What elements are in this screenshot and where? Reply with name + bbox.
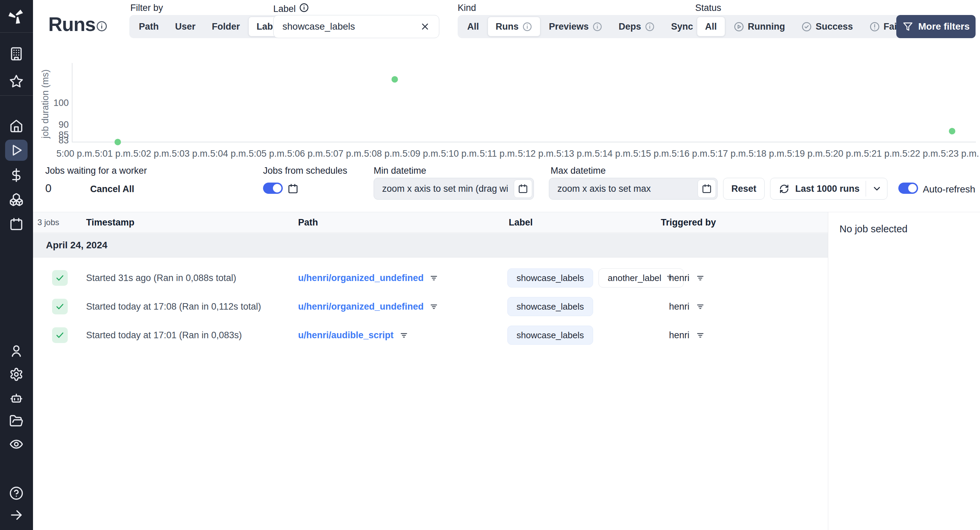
play-circle-icon (733, 21, 744, 32)
triggered-by-name: henri (669, 302, 689, 312)
clear-icon[interactable] (420, 21, 430, 32)
chart-y-axis (72, 63, 73, 142)
option-runs[interactable]: Runs (488, 17, 541, 37)
more-filters-button[interactable]: More filters (896, 15, 975, 38)
sidebar-item-building[interactable] (5, 43, 27, 64)
path-link[interactable]: u/henri/organized_undefined (298, 273, 424, 283)
min-datetime-label: Min datetime (374, 166, 426, 176)
filter-by-segmented: PathUserFolderLabel (129, 15, 291, 38)
sidebar-item-home[interactable] (5, 115, 27, 136)
x-icon[interactable] (420, 21, 430, 32)
label-badge-text: showcase_labels (517, 302, 584, 312)
x-tick: 5:14 p.m. (595, 148, 633, 159)
sidebar-item-arrow-right[interactable] (5, 504, 27, 525)
scatter-point[interactable] (949, 128, 956, 134)
chevron-down-icon[interactable] (872, 184, 882, 194)
option-running[interactable]: Running (726, 17, 793, 37)
info-icon (522, 22, 532, 32)
y-tick: 90 (41, 119, 69, 131)
job-timestamp: Started today at 17:01 (Ran in 0,083s) (86, 330, 242, 341)
label-badge[interactable]: showcase_labels (508, 297, 593, 316)
calendar-icon[interactable] (698, 179, 716, 198)
sidebar-item-dollar-sign[interactable] (5, 164, 27, 186)
max-datetime-input[interactable]: zoom x axis to set max (549, 178, 718, 200)
scatter-point[interactable] (391, 76, 398, 83)
sidebar-item-robot[interactable] (5, 387, 27, 409)
option-label: Running (748, 21, 785, 32)
auto-refresh-toggle[interactable] (898, 183, 918, 194)
path-link[interactable]: u/henri/audible_script (298, 330, 394, 341)
jobs-table: 3 jobs Timestamp Path Label Triggered by… (33, 212, 828, 530)
more-filters-label: More filters (918, 21, 970, 32)
sidebar-item-play[interactable] (5, 140, 27, 161)
min-datetime-input[interactable]: zoom x axis to set min (drag wi (374, 178, 534, 200)
sidebar-item-star[interactable] (5, 71, 27, 92)
check-circle-icon (801, 21, 812, 32)
kind-label: Kind (458, 3, 476, 13)
sidebar-item-user[interactable] (5, 341, 27, 362)
option-user[interactable]: User (167, 17, 204, 37)
eye-icon (9, 437, 24, 451)
kind-segmented: AllRunsPreviewsDepsSync (458, 15, 716, 38)
check-icon (55, 273, 65, 283)
job-labels-cell: showcase_labels (508, 297, 593, 316)
sidebar-divider (0, 95, 33, 96)
option-label: All (705, 21, 717, 32)
info-icon[interactable] (96, 21, 108, 34)
job-labels-cell: showcase_labelsanother_label (508, 268, 684, 287)
max-datetime-label: Max datetime (550, 166, 606, 176)
path-link[interactable]: u/henri/organized_undefined (298, 302, 424, 312)
table-row[interactable]: Started 31s ago (Ran in 0,088s total)u/h… (33, 263, 828, 292)
option-label: Path (139, 21, 159, 32)
y-tick: 100 (41, 97, 69, 109)
filter-lines-icon[interactable] (695, 273, 705, 283)
info-icon (96, 21, 108, 32)
calendar-icon[interactable] (514, 179, 532, 198)
option-success[interactable]: Success (794, 17, 861, 37)
option-label: Folder (212, 21, 240, 32)
x-tick: 5:15 p.m. (633, 148, 672, 159)
info-icon[interactable] (299, 3, 309, 15)
sidebar-item-folder[interactable] (5, 410, 27, 431)
filter-lines-icon[interactable] (429, 273, 439, 283)
info-icon (645, 22, 655, 32)
filter-lines-icon[interactable] (429, 302, 439, 311)
reset-button[interactable]: Reset (723, 178, 765, 200)
sidebar-item-boxes[interactable] (5, 189, 27, 210)
runs-window-select[interactable]: Last 1000 runs (770, 178, 888, 200)
status-segmented: AllRunningSuccessFailure (695, 15, 923, 38)
option-deps[interactable]: Deps (611, 17, 662, 37)
jobs-from-schedules-toggle[interactable] (263, 183, 283, 194)
y-tick: 83 (41, 135, 69, 146)
arrow-right-icon (9, 508, 24, 522)
jobs-from-schedules-label: Jobs from schedules (263, 166, 347, 176)
status-success-badge (52, 270, 68, 286)
filter-lines-icon[interactable] (695, 302, 705, 311)
filter-lines-icon[interactable] (695, 330, 705, 340)
filter-lines-icon[interactable] (399, 330, 409, 340)
windmill-logo-icon (8, 8, 25, 25)
label-filter-input[interactable]: showcase_labels (273, 15, 439, 38)
option-folder[interactable]: Folder (204, 17, 248, 37)
cancel-all-button[interactable]: Cancel All (90, 184, 134, 195)
windmill-logo[interactable] (8, 8, 25, 27)
option-label: User (175, 21, 196, 32)
funnel-icon (902, 21, 913, 32)
option-path[interactable]: Path (131, 17, 167, 37)
status-success-badge (52, 327, 68, 343)
x-tick: 5:17 p.m. (710, 148, 749, 159)
option-all[interactable]: All (460, 17, 487, 37)
sidebar-item-settings-gear[interactable] (5, 364, 27, 385)
label-badge[interactable]: showcase_labels (508, 326, 593, 345)
option-previews[interactable]: Previews (541, 17, 610, 37)
scatter-point[interactable] (115, 139, 121, 145)
sidebar-item-help-circle[interactable] (5, 483, 27, 504)
x-tick: 5:13 p.m. (556, 148, 595, 159)
sidebar-item-eye[interactable] (5, 434, 27, 455)
job-triggered-by-cell: henri (669, 302, 705, 312)
option-all[interactable]: All (697, 17, 725, 37)
label-badge[interactable]: showcase_labels (508, 268, 593, 287)
table-row[interactable]: Started today at 17:08 (Ran in 0,112s to… (33, 292, 828, 321)
sidebar-item-calendar[interactable] (5, 214, 27, 235)
table-row[interactable]: Started today at 17:01 (Ran in 0,083s)u/… (33, 321, 828, 350)
